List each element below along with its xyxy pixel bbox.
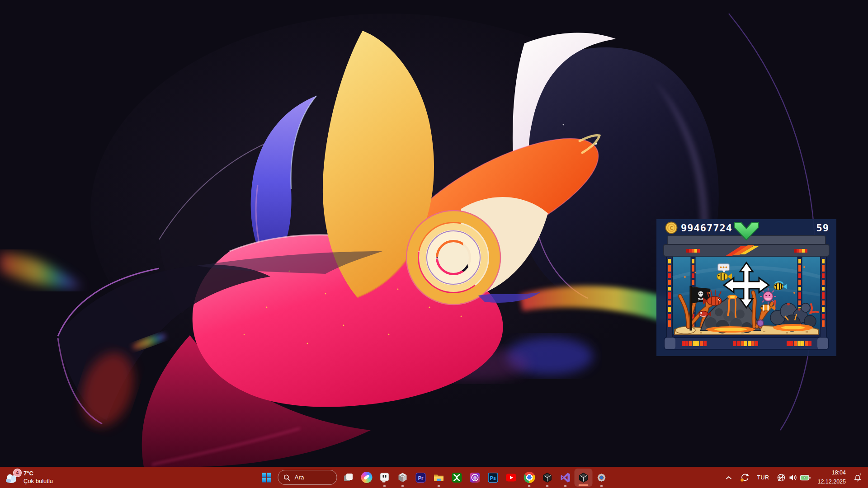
coin-count: 99467724 — [681, 222, 732, 234]
visual-studio-icon[interactable] — [557, 468, 575, 488]
search-box[interactable]: Ara — [278, 470, 337, 485]
plug-app-icon[interactable] — [376, 468, 394, 488]
weather-cloud-icon: 4 — [5, 470, 20, 485]
settings-icon[interactable] — [593, 468, 611, 488]
system-tray: TUR 18:04 12.12.2025 — [722, 467, 865, 488]
clock[interactable]: 18:04 12.12.2025 — [814, 469, 849, 487]
photoshop-icon[interactable]: Ps — [484, 468, 502, 488]
weather-widget[interactable]: 4 7°C Çok bulutlu — [5, 467, 53, 488]
battery-charging-icon — [800, 473, 811, 483]
at-symbol-app-icon[interactable]: @ — [466, 468, 484, 488]
volume-icon — [788, 473, 798, 483]
file-explorer-icon[interactable] — [430, 468, 448, 488]
windows-start-icon — [261, 472, 273, 483]
no-internet-icon — [776, 473, 786, 483]
weather-alert-badge: 4 — [13, 469, 22, 477]
taskbar: 4 7°C Çok bulutlu Ara Pr@Ps — [0, 467, 868, 488]
xbox-icon[interactable] — [448, 468, 466, 488]
tray-status-group[interactable] — [774, 469, 813, 487]
start-button[interactable] — [258, 468, 276, 488]
svg-text:Ps: Ps — [490, 475, 496, 480]
copilot-icon[interactable] — [358, 468, 376, 488]
tank-base — [665, 338, 828, 349]
weather-temperature: 7°C — [24, 470, 53, 477]
unity-hub-icon[interactable] — [394, 468, 412, 488]
chrome-icon[interactable] — [520, 468, 538, 488]
tray-chevron-up-icon[interactable] — [722, 469, 736, 487]
svg-text:@: @ — [473, 475, 477, 480]
search-label: Ara — [295, 474, 304, 481]
premiere-pro-icon[interactable]: Pr — [412, 468, 430, 488]
svg-text:C: C — [670, 225, 673, 231]
youtube-icon[interactable] — [502, 468, 520, 488]
language-indicator[interactable]: TUR — [753, 469, 774, 487]
notification-bell-icon[interactable]: z — [850, 469, 865, 487]
desktop[interactable]: C 99467724 59 — [0, 0, 868, 467]
svg-text:z: z — [860, 473, 862, 476]
clock-date: 12.12.2025 — [817, 479, 846, 486]
pinned-apps: Pr@Ps — [340, 468, 611, 488]
search-icon — [283, 474, 291, 481]
sync-pending-icon[interactable] — [737, 469, 752, 487]
taskbar-center: Ara Pr@Ps — [258, 467, 611, 488]
counter-value: 59 — [816, 222, 830, 234]
coin-icon: C — [666, 222, 677, 234]
unity-editor-icon[interactable] — [575, 469, 593, 487]
weather-condition: Çok bulutlu — [24, 478, 53, 485]
svg-text:Pr: Pr — [418, 475, 424, 480]
aquarium-widget[interactable]: C 99467724 59 — [656, 219, 836, 356]
task-view-icon[interactable] — [340, 468, 358, 488]
clock-time: 18:04 — [832, 469, 846, 477]
unity-editor-icon[interactable] — [538, 468, 557, 488]
